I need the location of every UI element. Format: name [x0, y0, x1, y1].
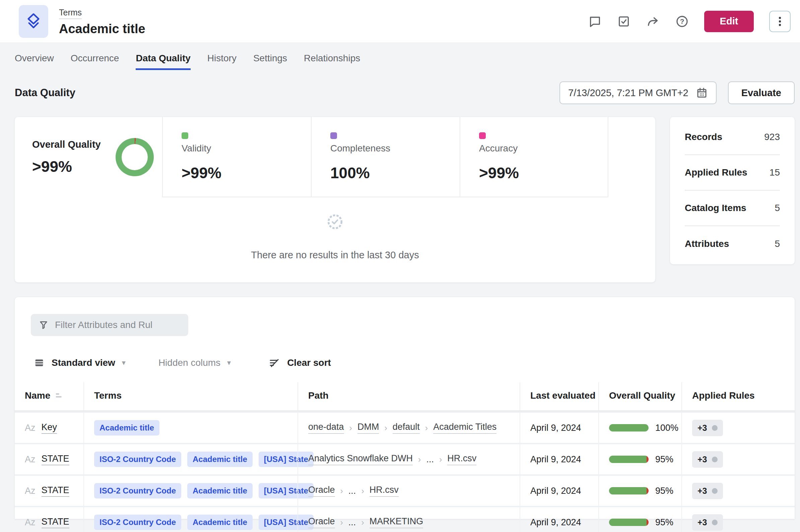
table-row[interactable]: Az STATE ISO-2 Country Code Academic tit…	[15, 443, 795, 474]
validity-swatch	[182, 132, 188, 139]
path-link[interactable]: Academic Titles	[433, 422, 496, 434]
completeness-swatch	[330, 132, 337, 139]
tab-settings[interactable]: Settings	[253, 53, 287, 70]
sort-indicator-icon	[56, 393, 64, 398]
table-row[interactable]: Az STATE ISO-2 Country Code Academic tit…	[15, 474, 795, 506]
help-icon: ?	[675, 15, 689, 28]
path-link[interactable]: Oracle	[308, 516, 335, 528]
table-row[interactable]: Az Key Academic title one-data› DMM› def…	[15, 412, 795, 443]
comment-icon	[588, 15, 602, 28]
accuracy-label: Accuracy	[479, 143, 608, 154]
more-actions-button[interactable]	[769, 11, 791, 32]
view-selector-label: Standard view	[52, 358, 115, 368]
filter-input[interactable]	[55, 320, 181, 330]
overall-quality-donut-chart	[116, 138, 154, 176]
applied-rules-badge[interactable]: +3	[692, 451, 723, 468]
attribute-name-link[interactable]: STATE	[41, 454, 69, 466]
path-link[interactable]: DMM	[358, 422, 379, 434]
column-header-last-evaluated[interactable]: Last evaluated	[520, 382, 598, 411]
path-link[interactable]: Analytics Snowflake DWH	[308, 453, 413, 466]
column-header-applied-rules[interactable]: Applied Rules	[681, 382, 795, 411]
chevron-right-icon: ›	[361, 486, 364, 496]
attribute-name-link[interactable]: STATE	[41, 517, 69, 528]
datatype-prefix: Az	[25, 517, 36, 528]
share-button[interactable]	[646, 15, 660, 28]
path-link[interactable]: HR.csv	[369, 485, 399, 497]
term-chip[interactable]: Academic title	[187, 452, 253, 467]
quality-bar	[609, 424, 649, 432]
path-breadcrumb: one-data› DMM› default› Academic Titles	[298, 413, 520, 443]
summary-card: Records 923 Applied Rules 15 Catalog Ite…	[670, 117, 795, 264]
term-chip[interactable]: ISO-2 Country Code	[94, 515, 181, 530]
completeness-label: Completeness	[330, 143, 460, 154]
column-header-terms[interactable]: Terms	[83, 382, 298, 411]
term-chip[interactable]: ISO-2 Country Code	[94, 452, 181, 467]
chevron-right-icon: ›	[340, 518, 343, 527]
last-evaluated-cell: April 9, 2024	[520, 507, 598, 532]
chevron-right-icon: ›	[361, 518, 364, 527]
column-header-overall-quality[interactable]: Overall Quality	[598, 382, 681, 411]
tab-relationships[interactable]: Relationships	[304, 53, 360, 70]
calendar-icon	[696, 87, 708, 99]
term-chip[interactable]: Academic title	[187, 515, 253, 530]
filter-funnel-icon	[38, 320, 49, 330]
applied-rules-badge[interactable]: +3	[692, 514, 723, 531]
path-link[interactable]: HR.csv	[447, 453, 476, 466]
status-dot	[712, 488, 718, 494]
tasks-button[interactable]	[617, 15, 630, 28]
column-header-path[interactable]: Path	[298, 382, 520, 411]
last-evaluated-cell: April 9, 2024	[520, 476, 598, 506]
tab-occurrence[interactable]: Occurrence	[71, 53, 119, 70]
quality-bar	[609, 519, 649, 526]
tab-bar: Overview Occurrence Data Quality History…	[0, 43, 800, 70]
overall-quality-metric: Overall Quality >99%	[15, 117, 162, 197]
overall-quality-value: >99%	[32, 157, 101, 175]
evaluate-button[interactable]: Evaluate	[728, 81, 795, 104]
applied-rules-cell: +3	[681, 413, 795, 443]
last-evaluated-cell: April 9, 2024	[520, 413, 598, 443]
applied-rules-cell: +3	[681, 507, 795, 532]
view-selector[interactable]: Standard view ▾	[34, 357, 126, 368]
summary-row-attributes: Attributes 5	[685, 226, 780, 262]
term-chip[interactable]: Academic title	[187, 483, 253, 498]
chevron-right-icon: ›	[340, 486, 343, 496]
evaluation-date-picker[interactable]: 7/13/2025, 7:21 PM GMT+2	[559, 81, 717, 104]
app-header: Terms Academic title ? Edit	[0, 0, 800, 43]
column-header-name[interactable]: Name	[15, 382, 83, 411]
attribute-name-link[interactable]: Key	[41, 422, 57, 434]
applied-rules-cell: +3	[681, 444, 795, 474]
tab-overview[interactable]: Overview	[15, 53, 54, 70]
path-link[interactable]: default	[393, 422, 420, 434]
path-link[interactable]: Oracle	[308, 485, 335, 497]
applied-rules-badge[interactable]: +3	[692, 483, 723, 499]
quality-bar	[609, 487, 649, 494]
applied-rules-value: 15	[769, 167, 780, 178]
accuracy-metric: Accuracy >99%	[460, 117, 608, 197]
hidden-columns-selector[interactable]: Hidden colums ▾	[158, 358, 231, 368]
clear-sort-button[interactable]: Clear sort	[268, 357, 331, 369]
share-icon	[646, 15, 660, 28]
applied-rules-badge[interactable]: +3	[692, 420, 723, 436]
quality-percent: 95%	[655, 454, 673, 465]
chevron-right-icon: ›	[349, 423, 352, 433]
help-button[interactable]: ?	[675, 15, 689, 28]
tab-data-quality[interactable]: Data Quality	[136, 53, 190, 70]
quality-percent: 100%	[655, 423, 679, 433]
completeness-metric: Completeness 100%	[311, 117, 460, 197]
hidden-columns-label: Hidden colums	[158, 358, 221, 368]
tab-history[interactable]: History	[207, 53, 236, 70]
summary-row-applied-rules: Applied Rules 15	[685, 155, 780, 191]
path-link[interactable]: MARKETING	[369, 516, 423, 528]
attributes-value: 5	[775, 239, 780, 249]
attribute-name-link[interactable]: STATE	[41, 485, 69, 497]
table-row[interactable]: Az STATE ISO-2 Country Code Academic tit…	[15, 506, 795, 532]
comment-button[interactable]	[588, 15, 602, 28]
edit-button[interactable]: Edit	[704, 11, 754, 32]
breadcrumb[interactable]: Terms	[59, 8, 82, 19]
term-chip[interactable]: Academic title	[94, 420, 159, 436]
filter-input-box[interactable]	[31, 314, 188, 336]
datatype-prefix: Az	[25, 454, 36, 465]
datatype-prefix: Az	[25, 486, 36, 496]
term-chip[interactable]: ISO-2 Country Code	[94, 483, 181, 498]
path-link[interactable]: one-data	[308, 422, 344, 434]
